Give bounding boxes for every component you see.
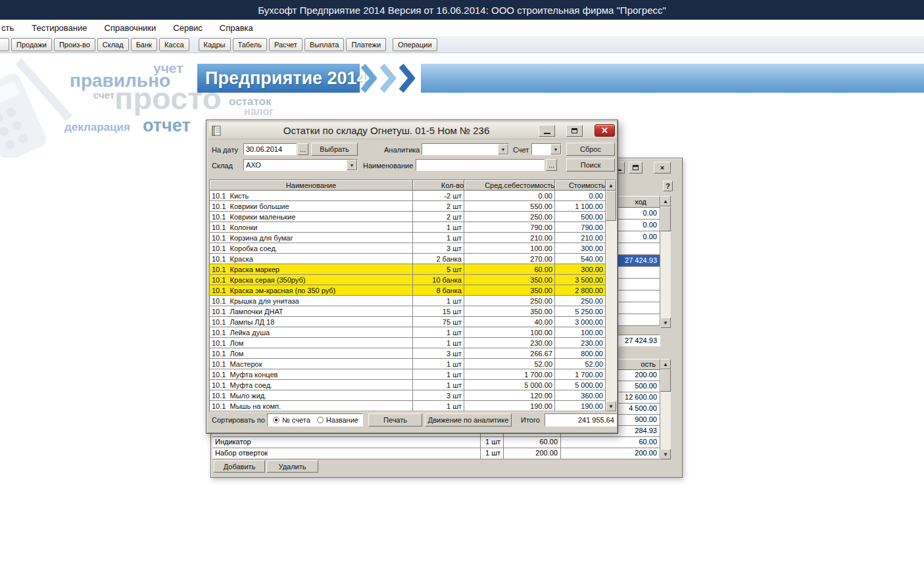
table-row[interactable]: 10.1 Краска эм-красная (по 350 руб)8 бан… xyxy=(210,285,616,296)
chevron-down-icon[interactable]: ▼ xyxy=(347,160,357,170)
name-filter-input[interactable] xyxy=(416,159,545,171)
stock-scroll-thumb[interactable] xyxy=(606,191,616,221)
table-row[interactable]: 10.1 Муфта концев1 шт1 700.001 700.00 xyxy=(210,369,616,380)
menu-item[interactable]: сть xyxy=(0,23,23,33)
scroll-up-icon[interactable]: ▲ xyxy=(660,196,671,206)
table-row[interactable]: 10.1 Корзина для бумаг1 шт210.00210.00 xyxy=(210,233,616,243)
cell-qty: 1 шт xyxy=(413,233,464,243)
scroll-up-icon[interactable]: ▲ xyxy=(660,359,671,369)
sort-option-account[interactable]: № счета xyxy=(273,416,310,424)
cell-qty: 1 шт xyxy=(413,359,464,369)
toolbar-partial-button[interactable] xyxy=(0,38,9,51)
bg-table-row[interactable]: Набор отверток1 шт200.00200.00 xyxy=(212,448,660,459)
toolbar-button[interactable]: Табель xyxy=(233,38,267,51)
cell-cost: 200.00 xyxy=(504,448,561,459)
warehouse-label: Склад xyxy=(212,162,233,170)
toolbar-button[interactable]: Кадры xyxy=(199,38,231,51)
warehouse-value: АХО xyxy=(244,160,347,170)
date-input[interactable] xyxy=(243,143,297,155)
toolbar-button[interactable]: Банк xyxy=(131,38,157,51)
table-row[interactable]: 10.1 Мыло жид.3 шт120.00360.00 xyxy=(210,390,616,401)
table-row[interactable]: 10.1 Колонки1 шт790.00790.00 xyxy=(210,222,616,233)
menu-item[interactable]: Справка xyxy=(211,23,262,33)
column-header-name[interactable]: Наименование xyxy=(210,180,413,191)
bg-lower-scroll-thumb[interactable] xyxy=(660,369,671,392)
reset-button[interactable]: Сброс xyxy=(566,143,615,156)
dialog-maximize-button[interactable] xyxy=(566,125,583,137)
bg-help-button[interactable]: ? xyxy=(663,181,673,191)
toolbar-button[interactable]: Операции xyxy=(393,38,437,51)
cell-value: 230.00 xyxy=(555,338,606,348)
menu-item[interactable]: Сервис xyxy=(164,23,211,33)
cell-name: 10.1 Коврики маленькие xyxy=(210,212,413,222)
table-row[interactable]: 10.1 Крышка для унитаза1 шт250.00250.00 xyxy=(210,296,616,306)
toolbar-button[interactable]: Платежи xyxy=(346,38,386,51)
dialog-titlebar[interactable]: Остатки по складу Огнетуш. 01-5 Ном № 23… xyxy=(208,122,617,139)
stock-table-scrollbar[interactable]: ▲ ▼ xyxy=(606,180,616,411)
column-header-cost[interactable]: Сред.себестоимость xyxy=(464,180,555,191)
radio-selected-icon[interactable] xyxy=(273,417,280,423)
column-header-value[interactable]: Стоимость xyxy=(555,180,606,191)
radio-icon[interactable] xyxy=(317,417,324,423)
table-row[interactable]: 10.1 Лом1 шт230.00230.00 xyxy=(210,338,616,348)
table-row[interactable]: 10.1 Лейка душа1 шт100.00100.00 xyxy=(210,327,616,338)
table-row[interactable]: 10.1 Лампочки ДНАТ15 шт350.005 250.00 xyxy=(210,306,616,317)
toolbar-button[interactable]: Расчет xyxy=(269,38,303,51)
table-row[interactable]: 10.1 Мастерок1 шт52.0052.00 xyxy=(210,359,616,369)
date-ellipsis-button[interactable]: ... xyxy=(297,143,308,155)
table-row[interactable]: 10.1 Кисть-2 шт0.000.00 xyxy=(210,191,616,201)
chevron-down-icon[interactable]: ▼ xyxy=(550,144,561,154)
bg-upper-scroll-thumb[interactable] xyxy=(660,206,671,231)
scroll-up-icon[interactable]: ▲ xyxy=(606,180,616,191)
table-row[interactable]: 10.1 Коврики большие2 шт550.001 100.00 xyxy=(210,201,616,212)
scroll-down-icon[interactable]: ▼ xyxy=(606,401,616,411)
table-row[interactable]: 10.1 Коробка соед.3 шт100.00300.00 xyxy=(210,243,616,254)
dialog-minimize-button[interactable] xyxy=(539,125,555,137)
cell-cost: 5 000.00 xyxy=(464,380,555,390)
bg-upper-scrollbar[interactable]: ▲ ▼ xyxy=(660,196,671,328)
table-row[interactable]: 10.1 Коврики маленькие2 шт250.00500.00 xyxy=(210,212,616,222)
cell-value: 100.00 xyxy=(555,327,606,338)
analytics-dropdown[interactable]: ▼ xyxy=(422,143,509,155)
watermark-deklaraciya: декларация xyxy=(64,121,130,134)
toolbar-button[interactable]: Касса xyxy=(159,38,189,51)
table-row[interactable]: 10.1 Краска серая (350руб)10 банка350.00… xyxy=(210,275,616,285)
menu-item[interactable]: Тестирование xyxy=(23,23,95,33)
cell-cost: 100.00 xyxy=(464,243,555,254)
table-row[interactable]: 10.1 Лом3 шт266.67800.00 xyxy=(210,348,616,359)
chevron-down-icon[interactable]: ▼ xyxy=(498,144,508,154)
bg-lower-scrollbar[interactable]: ▲ ▼ xyxy=(660,359,671,459)
column-header-qty[interactable]: Кол-во xyxy=(413,180,464,191)
search-button[interactable]: Поиск xyxy=(566,158,615,172)
choose-button[interactable]: Выбрать xyxy=(311,143,358,156)
toolbar-button[interactable]: Выплата xyxy=(304,38,345,51)
warehouse-dropdown[interactable]: АХО ▼ xyxy=(243,159,358,171)
scroll-down-icon[interactable]: ▼ xyxy=(660,317,671,328)
name-ellipsis-button[interactable]: ... xyxy=(546,159,557,171)
movement-button[interactable]: Движение по аналитике xyxy=(425,413,512,427)
table-row[interactable]: 10.1 Краска маркер5 шт60.00300.00 xyxy=(210,264,616,275)
table-row[interactable]: 10.1 Муфта соед.1 шт5 000.005 000.00 xyxy=(210,380,616,390)
toolbar-button[interactable]: Продажи xyxy=(11,38,52,51)
scroll-down-icon[interactable]: ▼ xyxy=(660,449,671,459)
cell-cost: 60.00 xyxy=(504,437,561,448)
account-value xyxy=(532,144,550,154)
add-button[interactable]: Добавить xyxy=(214,460,265,473)
toolbar-button[interactable]: Склад xyxy=(97,38,129,51)
sort-option-name[interactable]: Название xyxy=(317,416,358,424)
menu-item[interactable]: Справочники xyxy=(96,23,165,33)
table-row[interactable]: 10.1 Лампы ЛД 1875 шт40.003 000.00 xyxy=(210,317,616,327)
delete-button[interactable]: Удалить xyxy=(266,460,318,473)
cell-name: 10.1 Лом xyxy=(210,338,413,348)
cell-cost: 350.00 xyxy=(464,285,555,296)
bg-table-row[interactable]: Индикатор1 шт60.0060.00 xyxy=(212,437,660,448)
print-button[interactable]: Печать xyxy=(368,413,422,427)
table-row[interactable]: 10.1 Краска2 банка270.00540.00 xyxy=(210,254,616,264)
dialog-close-button[interactable]: ✕ xyxy=(595,124,615,137)
bg-close-button[interactable]: × xyxy=(654,162,671,174)
cell-cost: 210.00 xyxy=(464,233,555,243)
table-row[interactable]: 10.1 Мышь на комп.1 шт190.00190.00 xyxy=(210,401,616,411)
toolbar-button[interactable]: Произ-во xyxy=(54,38,95,51)
account-dropdown[interactable]: ▼ xyxy=(531,143,562,155)
bg-maximize-button[interactable] xyxy=(629,162,643,174)
